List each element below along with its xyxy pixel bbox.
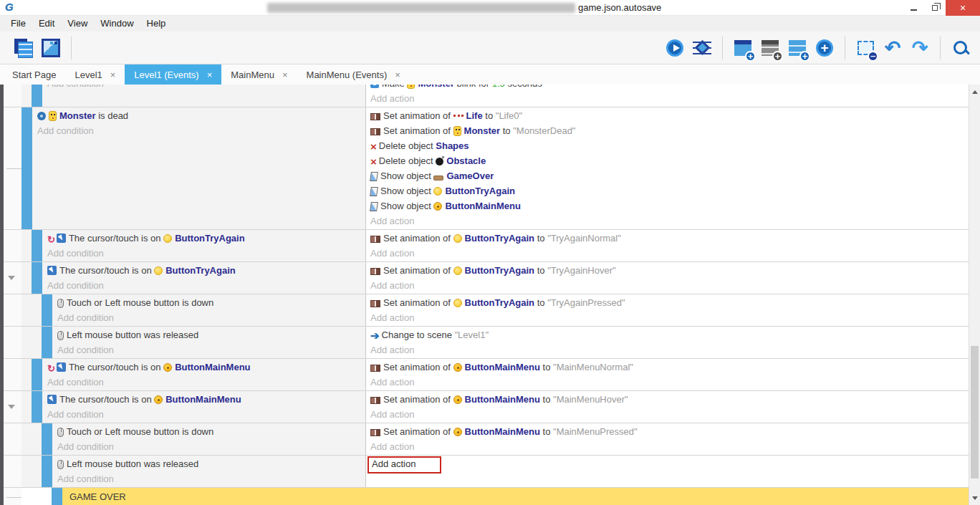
remove-event-button[interactable]: – xyxy=(854,36,877,60)
add-condition-placeholder[interactable]: Add condition xyxy=(47,407,365,422)
conditions-cell[interactable]: The cursor/touch is on ButtonTryAgainAdd… xyxy=(42,262,365,294)
add-condition-placeholder[interactable]: Add condition xyxy=(57,342,365,357)
action-line[interactable]: Set animation of ButtonTryAgain to "TryA… xyxy=(370,295,969,310)
highlighted-add-action[interactable]: Add action xyxy=(368,456,441,473)
actions-cell[interactable]: Set animation of ButtonTryAgain to "TryA… xyxy=(365,230,969,261)
add-action-placeholder[interactable]: Add action xyxy=(370,342,969,357)
tab-level1-events-[interactable]: Level1 (Events)× xyxy=(125,64,221,85)
actions-cell[interactable]: Add action xyxy=(365,456,969,487)
conditions-cell[interactable]: Touch or Left mouse button is downAdd co… xyxy=(52,423,365,455)
add-action-placeholder[interactable]: Add action xyxy=(370,91,969,106)
add-action-placeholder[interactable]: Add action xyxy=(370,213,969,229)
add-event-button[interactable]: + xyxy=(731,36,754,60)
add-condition-placeholder[interactable]: Add condition xyxy=(47,85,365,91)
tab-close-icon[interactable]: × xyxy=(395,69,400,80)
debug-button[interactable] xyxy=(691,36,714,60)
tab-close-icon[interactable]: × xyxy=(110,69,116,80)
condition-line[interactable]: The cursor/touch is on ButtonMainMenu xyxy=(47,392,365,407)
action-line[interactable]: Set animation of ButtonTryAgain to "TryA… xyxy=(370,263,969,278)
action-line[interactable]: Set animation of Monster to "MonsterDead… xyxy=(370,123,969,138)
scroll-up-icon[interactable] xyxy=(969,86,980,97)
add-action-placeholder[interactable]: Add action xyxy=(370,278,969,293)
condition-line[interactable]: The cursor/touch is on ButtonTryAgain xyxy=(47,263,365,278)
redo-button[interactable]: ↷ xyxy=(908,36,931,60)
add-subevent-button[interactable]: + xyxy=(759,36,782,60)
action-line[interactable]: Make Monster blink for 1.5 seconds xyxy=(370,85,969,91)
condition-line[interactable]: Left mouse button was released xyxy=(57,456,365,471)
actions-cell[interactable]: Set animation of ButtonMainMenu to "Main… xyxy=(365,423,969,455)
actions-cell[interactable]: Set animation of ButtonMainMenu to "Main… xyxy=(365,359,969,390)
actions-cell[interactable]: Set animation of Life to "Life0"Set anim… xyxy=(365,107,969,229)
scrollbar-thumb[interactable] xyxy=(971,346,979,478)
action-line[interactable]: Show object GameOver xyxy=(370,168,969,183)
action-line[interactable]: ➔Change to scene "Level1" xyxy=(370,327,969,342)
actions-cell[interactable]: Make Monster blink for 1.5 secondsAdd ac… xyxy=(365,85,969,107)
condition-line[interactable]: Monster is dead xyxy=(37,108,365,123)
menu-file[interactable]: File xyxy=(4,16,32,32)
expander-icon[interactable] xyxy=(8,405,15,409)
conditions-cell[interactable]: Left mouse button was releasedAdd condit… xyxy=(52,456,365,487)
add-action-placeholder[interactable]: Add action xyxy=(370,246,969,261)
conditions-cell[interactable]: Left mouse button was releasedAdd condit… xyxy=(52,327,365,358)
menu-view[interactable]: View xyxy=(61,16,94,32)
add-other-button[interactable]: + xyxy=(813,36,836,60)
action-line[interactable]: Set animation of ButtonMainMenu to "Main… xyxy=(370,392,969,407)
project-manager-button[interactable] xyxy=(12,36,35,60)
actions-cell[interactable]: Set animation of ButtonTryAgain to "TryA… xyxy=(365,294,969,326)
vertical-scrollbar[interactable] xyxy=(969,85,980,505)
add-condition-placeholder[interactable]: Add condition xyxy=(57,439,365,454)
action-line[interactable]: Set animation of ButtonMainMenu to "Main… xyxy=(370,360,969,375)
add-condition-placeholder[interactable]: Add condition xyxy=(47,375,365,390)
condition-line[interactable]: ↻The cursor/touch is on ButtonMainMenu xyxy=(47,360,365,375)
action-line[interactable]: Show object ButtonMainMenu xyxy=(370,198,969,213)
add-condition-placeholder[interactable]: Add condition xyxy=(37,123,365,138)
add-comment-button[interactable]: + xyxy=(786,36,809,60)
add-action-placeholder[interactable]: Add action xyxy=(370,456,969,471)
scene-editor-button[interactable] xyxy=(39,36,62,60)
actions-cell[interactable]: Set animation of ButtonTryAgain to "TryA… xyxy=(365,262,969,294)
add-action-placeholder[interactable]: Add action xyxy=(370,439,969,454)
play-button[interactable] xyxy=(663,36,686,60)
conditions-cell[interactable]: Touch or Left mouse button is downAdd co… xyxy=(52,294,365,326)
conditions-cell[interactable]: ↻The cursor/touch is on ButtonMainMenuAd… xyxy=(42,359,365,390)
add-condition-placeholder[interactable]: Add condition xyxy=(57,310,365,325)
action-line[interactable]: Show object ButtonTryAgain xyxy=(370,183,969,198)
conditions-cell[interactable]: Add condition xyxy=(42,85,365,107)
actions-cell[interactable]: ➔Change to scene "Level1"Add action xyxy=(365,327,969,358)
add-action-placeholder[interactable]: Add action xyxy=(370,375,969,390)
add-action-placeholder[interactable]: Add action xyxy=(370,407,969,422)
conditions-cell[interactable]: ↻The cursor/touch is on ButtonTryAgainAd… xyxy=(42,230,365,261)
tab-close-icon[interactable]: × xyxy=(207,69,213,80)
conditions-cell[interactable]: Monster is deadAdd condition xyxy=(32,107,365,229)
restore-button[interactable] xyxy=(924,0,946,16)
tab-mainmenu[interactable]: MainMenu× xyxy=(221,64,297,85)
add-action-placeholder[interactable]: Add action xyxy=(370,310,969,325)
tab-close-icon[interactable]: × xyxy=(282,69,288,80)
action-line[interactable]: Set animation of ButtonTryAgain to "TryA… xyxy=(370,231,969,246)
search-button[interactable] xyxy=(949,36,972,60)
condition-line[interactable]: Left mouse button was released xyxy=(57,327,365,342)
add-condition-placeholder[interactable]: Add condition xyxy=(57,471,365,486)
condition-line[interactable]: Touch or Left mouse button is down xyxy=(57,424,365,439)
expander-icon[interactable] xyxy=(8,276,15,280)
menu-window[interactable]: Window xyxy=(94,16,140,32)
close-button[interactable]: × xyxy=(946,0,980,16)
actions-cell[interactable]: Set animation of ButtonMainMenu to "Main… xyxy=(365,391,969,423)
minimize-button[interactable] xyxy=(903,0,924,16)
condition-line[interactable]: Touch or Left mouse button is down xyxy=(57,295,365,310)
tab-start-page[interactable]: Start Page xyxy=(3,64,65,85)
add-condition-placeholder[interactable]: Add condition xyxy=(47,278,365,293)
menu-edit[interactable]: Edit xyxy=(32,16,61,32)
conditions-cell[interactable]: The cursor/touch is on ButtonMainMenuAdd… xyxy=(42,391,365,423)
action-line[interactable]: Set animation of Life to "Life0" xyxy=(370,108,969,123)
menu-help[interactable]: Help xyxy=(140,16,173,32)
condition-line[interactable]: ↻The cursor/touch is on ButtonTryAgain xyxy=(47,231,365,246)
tab-level1[interactable]: Level1× xyxy=(65,64,125,85)
action-line[interactable]: ×Delete object Obstacle xyxy=(370,153,969,168)
scroll-down-icon[interactable] xyxy=(969,492,980,504)
action-line[interactable]: ×Delete object Shapes xyxy=(370,138,969,153)
add-condition-placeholder[interactable]: Add condition xyxy=(47,246,365,261)
action-line[interactable]: Set animation of ButtonMainMenu to "Main… xyxy=(370,424,969,439)
tab-mainmenu-events-[interactable]: MainMenu (Events)× xyxy=(297,64,410,85)
undo-button[interactable]: ↶ xyxy=(881,36,904,60)
